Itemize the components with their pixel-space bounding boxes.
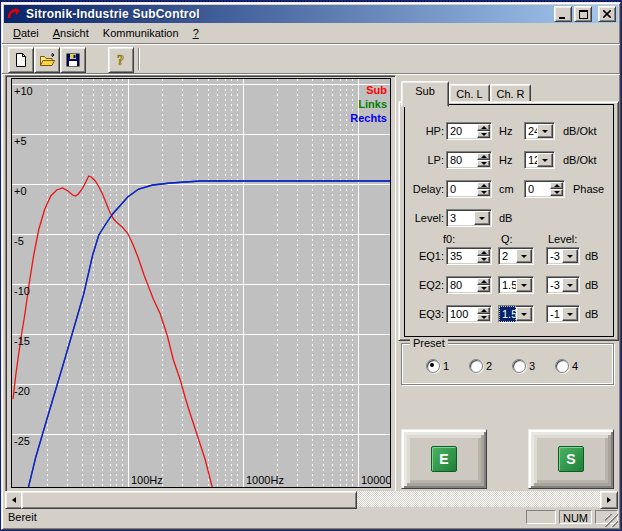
hp-frequency-input[interactable]: 20 — [446, 122, 492, 140]
dropdown-arrow-icon[interactable] — [516, 249, 532, 263]
save-file-button[interactable] — [60, 47, 86, 73]
dropdown-arrow-icon[interactable] — [562, 307, 578, 321]
eq3-q-select[interactable]: 1.5 — [498, 305, 534, 323]
minimize-button[interactable] — [554, 6, 572, 22]
preset-radio-1[interactable] — [426, 359, 440, 373]
spin-up-icon — [481, 280, 487, 283]
scroll-left-icon — [12, 497, 16, 503]
y-axis-label: +0 — [14, 185, 27, 197]
resize-grip[interactable] — [605, 514, 618, 527]
x-axis-label: 10000Hz — [361, 474, 391, 486]
menu-bar: DateiAnsichtKommunikation? — [4, 23, 618, 43]
delay-input[interactable]: 0 — [446, 180, 492, 198]
lp-slope-select[interactable]: 12 — [524, 151, 555, 169]
scrollbar-thumb[interactable] — [21, 491, 357, 509]
open-file-button[interactable] — [34, 47, 60, 73]
dropdown-arrow-icon[interactable] — [562, 249, 578, 263]
maximize-button[interactable] — [574, 6, 592, 22]
tab-ch-l-label: Ch. L — [456, 88, 482, 100]
eq3-f0-spinner[interactable] — [477, 307, 490, 321]
spin-up-icon — [481, 309, 487, 312]
eq1-q-value: 2 — [499, 248, 516, 264]
app-window: Sitronik-Industrie SubControl DateiAnsic… — [1, 2, 621, 530]
close-icon — [603, 10, 611, 18]
phase-value: 0 — [525, 181, 550, 197]
y-axis-label: -5 — [14, 235, 24, 247]
legend-sub: Sub — [366, 84, 387, 96]
dropdown-arrow-icon[interactable] — [562, 278, 578, 292]
eq2-q-select[interactable]: 1.5 — [498, 276, 534, 294]
controls-frame — [404, 104, 614, 337]
eq2-f0-spinner[interactable] — [477, 278, 490, 292]
menu-datei[interactable]: Datei — [6, 25, 46, 41]
legend-rechts: Rechts — [350, 112, 387, 124]
lp-frequency-input[interactable]: 80 — [446, 151, 492, 169]
preset-radio-4[interactable] — [555, 359, 569, 373]
delay-spinner[interactable] — [477, 182, 490, 196]
spin-up-icon — [481, 184, 487, 187]
phase-spinner[interactable] — [550, 182, 563, 196]
dropdown-arrow-icon[interactable] — [516, 307, 532, 321]
eq3-q-value: 1.5 — [499, 306, 516, 322]
frequency-response-plot[interactable]: +10+5+0-5-10-15-20-25100Hz1000Hz10000HzS… — [11, 78, 391, 488]
hp-slope-value: 24 — [525, 123, 537, 139]
eq2-q-value: 1.5 — [499, 277, 516, 293]
level-select[interactable]: 3 — [446, 209, 492, 227]
spin-down-icon — [481, 287, 487, 290]
spin-down-icon — [481, 133, 487, 136]
eq2-f0-input[interactable]: 80 — [446, 276, 492, 294]
scroll-right-button[interactable] — [600, 491, 618, 509]
tab-sub[interactable]: Sub — [401, 81, 449, 107]
new-document-button[interactable] — [8, 47, 34, 73]
eq1-f0-value: 35 — [447, 248, 477, 264]
tab-sub-label: Sub — [415, 85, 435, 97]
lp-frequency-spinner[interactable] — [477, 153, 490, 167]
spin-down-icon — [481, 258, 487, 261]
eq1-level-select[interactable]: -3 — [546, 247, 580, 265]
eq1-f0-spinner[interactable] — [477, 249, 490, 263]
preset-label-3: 3 — [529, 360, 535, 372]
eq1-level-value: -3 — [547, 248, 562, 264]
num-lock-indicator: NUM — [559, 510, 592, 524]
y-axis-label: +5 — [14, 135, 27, 147]
hp-slope-select[interactable]: 24 — [524, 122, 555, 140]
help-button[interactable]: ? — [108, 47, 134, 73]
menu-ansicht[interactable]: Ansicht — [46, 25, 96, 41]
status-text: Bereit — [8, 511, 37, 523]
legend-links: Links — [358, 98, 387, 110]
y-axis-label: +10 — [14, 85, 33, 97]
eq2-level-select[interactable]: -3 — [546, 276, 580, 294]
dropdown-arrow-icon[interactable] — [537, 153, 553, 167]
dropdown-arrow-icon[interactable] — [537, 124, 553, 138]
x-axis-label: 1000Hz — [246, 474, 284, 486]
horizontal-scrollbar[interactable] — [5, 491, 618, 507]
app-icon — [7, 7, 21, 21]
eq3-f0-input[interactable]: 100 — [446, 305, 492, 323]
dropdown-arrow-icon[interactable] — [474, 211, 490, 225]
eq1-q-select[interactable]: 2 — [498, 247, 534, 265]
eq3-level-select[interactable]: -1 — [546, 305, 580, 323]
phase-input[interactable]: 0 — [524, 180, 565, 198]
plot-canvas — [12, 79, 390, 487]
preset-radio-2[interactable] — [469, 359, 483, 373]
spin-up-icon — [481, 126, 487, 129]
toolbar: ? — [4, 45, 618, 73]
spin-down-icon — [481, 162, 487, 165]
spin-up-icon — [481, 155, 487, 158]
y-axis-label: -20 — [14, 385, 30, 397]
preset-title: Preset — [410, 337, 448, 349]
eq1-f0-input[interactable]: 35 — [446, 247, 492, 265]
dropdown-arrow-icon[interactable] — [516, 278, 532, 292]
help-icon: ? — [113, 52, 129, 68]
menu-help[interactable]: ? — [186, 25, 206, 41]
spin-up-icon — [481, 251, 487, 254]
e-button[interactable]: E — [401, 429, 487, 489]
preset-radio-3[interactable] — [512, 359, 526, 373]
close-button[interactable] — [598, 6, 616, 22]
s-button[interactable]: S — [528, 429, 614, 489]
tab-ch-r-label: Ch. R — [496, 88, 524, 100]
title-bar[interactable]: Sitronik-Industrie SubControl — [4, 5, 618, 23]
hp-frequency-value: 20 — [447, 123, 477, 139]
menu-kommunikation[interactable]: Kommunikation — [96, 25, 186, 41]
hp-frequency-spinner[interactable] — [477, 124, 490, 138]
